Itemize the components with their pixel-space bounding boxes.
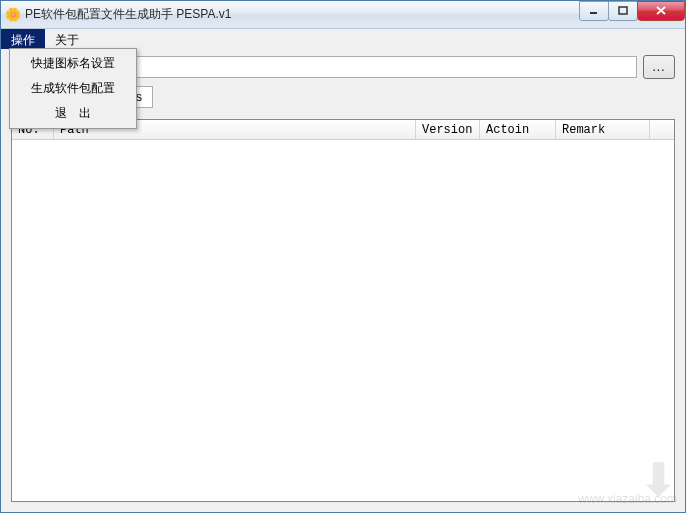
browse-label: ... xyxy=(652,60,665,74)
col-action[interactable]: Actoin xyxy=(480,120,556,139)
menubar: 操作 关于 xyxy=(1,29,685,49)
menu-item-exit[interactable]: 退 出 xyxy=(12,101,134,126)
result-table: No. Path Version Actoin Remark xyxy=(11,119,675,502)
menu-item-shortcut-icon-name[interactable]: 快捷图标名设置 xyxy=(12,51,134,76)
titlebar[interactable]: 🌼 PE软件包配置文件生成助手 PESPA.v1 xyxy=(1,1,685,29)
app-icon: 🌼 xyxy=(5,7,21,23)
minimize-button[interactable] xyxy=(579,1,609,21)
table-body[interactable] xyxy=(12,140,674,501)
menu-dropdown: 快捷图标名设置 生成软件包配置 退 出 xyxy=(9,48,137,129)
maximize-button[interactable] xyxy=(608,1,638,21)
menu-about[interactable]: 关于 xyxy=(45,29,89,49)
menu-item-generate-config[interactable]: 生成软件包配置 xyxy=(12,76,134,101)
close-button[interactable] xyxy=(637,1,685,21)
menu-operation[interactable]: 操作 xyxy=(1,29,45,49)
app-window: 🌼 PE软件包配置文件生成助手 PESPA.v1 操作 关于 快捷图标名设置 生… xyxy=(0,0,686,513)
browse-button[interactable]: ... xyxy=(643,55,675,79)
col-version[interactable]: Version xyxy=(416,120,480,139)
col-tail xyxy=(650,120,674,139)
path-input[interactable] xyxy=(131,56,637,78)
window-controls xyxy=(580,1,685,21)
client-area: 操作 关于 快捷图标名设置 生成软件包配置 退 出 ... No. Path xyxy=(1,29,685,512)
col-remark[interactable]: Remark xyxy=(556,120,650,139)
svg-rect-1 xyxy=(619,7,627,14)
window-title: PE软件包配置文件生成助手 PESPA.v1 xyxy=(25,6,580,23)
